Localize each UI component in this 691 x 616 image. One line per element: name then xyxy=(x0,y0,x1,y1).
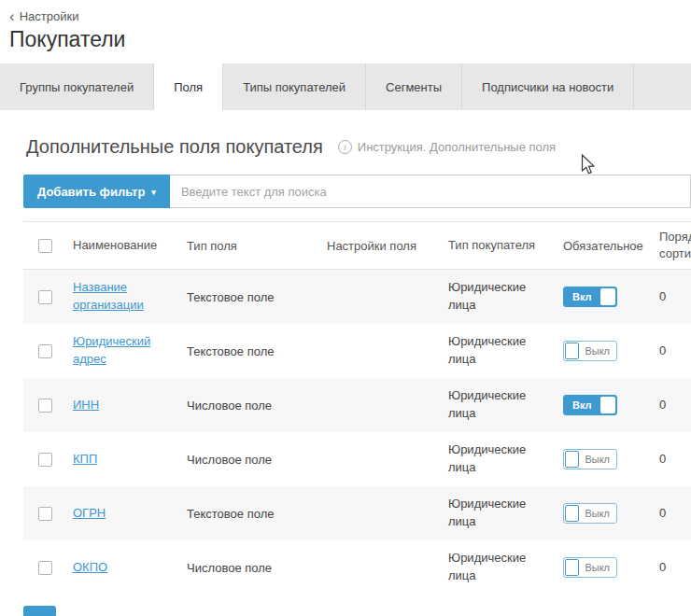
field-type-cell: Числовое поле xyxy=(187,561,327,575)
header-sort-order: Поряд сорти xyxy=(656,229,691,261)
customer-type-cell: Юридические лица xyxy=(448,496,563,531)
table-row: ОГРН Текстовое поле Юридические лица Вык… xyxy=(23,486,691,540)
row-checkbox[interactable] xyxy=(38,507,52,521)
required-toggle[interactable]: Вкл xyxy=(563,287,617,307)
header-checkbox-cell xyxy=(23,239,64,253)
required-cell: Выкл xyxy=(563,503,656,524)
customer-type-cell: Юридические лица xyxy=(448,333,563,369)
required-toggle[interactable]: Вкл xyxy=(563,395,617,415)
field-name-cell: Название организации xyxy=(64,279,187,315)
tab-label: Типы покупателей xyxy=(243,80,346,94)
field-name-link[interactable]: ИНН xyxy=(73,398,99,412)
required-toggle[interactable]: Выкл xyxy=(563,341,617,361)
tab-customer-groups[interactable]: Группы покупателей xyxy=(0,63,154,110)
tab-segments[interactable]: Сегменты xyxy=(366,63,462,110)
field-name-cell: ОКПО xyxy=(64,559,187,577)
table-row: КПП Числовое поле Юридические лица Выкл … xyxy=(23,432,691,486)
add-filter-button[interactable]: Добавить фильтр ▾ xyxy=(23,175,170,208)
header-customer-type: Тип покупателя xyxy=(448,237,563,255)
field-type-cell: Текстовое поле xyxy=(187,507,327,521)
toggle-label: Вкл xyxy=(572,399,592,411)
tab-label: Сегменты xyxy=(386,80,442,94)
field-type-cell: Числовое поле xyxy=(187,453,327,467)
search-input[interactable] xyxy=(170,175,691,208)
toggle-label: Выкл xyxy=(585,508,610,519)
instruction-link[interactable]: i Инструкция. Дополнительные поля xyxy=(338,140,556,154)
row-checkbox-cell xyxy=(23,561,64,575)
field-name-link[interactable]: Название организации xyxy=(73,280,144,312)
toggle-knob xyxy=(565,451,579,468)
row-checkbox[interactable] xyxy=(38,344,52,358)
sort-order-cell: 0 xyxy=(656,397,691,413)
tab-label: Поля xyxy=(174,80,203,94)
breadcrumb[interactable]: ‹ Настройки xyxy=(0,0,78,23)
toggle-knob xyxy=(565,343,579,359)
tab-bar: Группы покупателей Поля Типы покупателей… xyxy=(0,63,691,110)
select-all-checkbox[interactable] xyxy=(38,239,52,253)
tab-newsletter-subscribers[interactable]: Подписчики на новости xyxy=(462,63,634,110)
tab-bar-filler xyxy=(634,63,691,110)
field-name-link[interactable]: ОГРН xyxy=(73,506,106,520)
toggle-label: Выкл xyxy=(585,454,610,465)
row-checkbox[interactable] xyxy=(38,399,52,413)
row-checkbox[interactable] xyxy=(38,561,52,575)
row-checkbox-cell xyxy=(23,344,64,358)
required-toggle[interactable]: Выкл xyxy=(563,557,617,578)
field-name-link[interactable]: ОКПО xyxy=(73,560,107,574)
table-row: ОКПО Числовое поле Юридические лица Выкл… xyxy=(23,540,691,595)
field-name-cell: ИНН xyxy=(64,397,187,414)
page-title: Покупатели xyxy=(0,23,691,52)
customer-type-cell: Юридические лица xyxy=(448,441,563,477)
customer-type-cell: Юридические лица xyxy=(448,387,563,423)
row-checkbox[interactable] xyxy=(38,290,52,304)
caret-down-icon: ▾ xyxy=(151,188,156,197)
field-type-cell: Текстовое поле xyxy=(187,344,327,358)
row-checkbox-cell xyxy=(23,399,64,413)
row-checkbox-cell xyxy=(23,507,64,521)
filter-row: Добавить фильтр ▾ xyxy=(23,175,691,208)
required-cell: Выкл xyxy=(563,449,656,469)
field-name-link[interactable]: КПП xyxy=(73,452,97,466)
field-name-cell: КПП xyxy=(64,451,187,469)
required-toggle[interactable]: Выкл xyxy=(563,449,617,469)
sort-order-cell: 0 xyxy=(656,451,691,468)
breadcrumb-label: Настройки xyxy=(20,9,79,23)
field-type-cell: Текстовое поле xyxy=(187,290,327,304)
table-row: Юридический адрес Текстовое поле Юридиче… xyxy=(23,324,691,378)
table-row: ИНН Числовое поле Юридические лица Вкл 0 xyxy=(23,378,691,432)
sort-order-cell: 0 xyxy=(656,343,691,359)
table-row: Название организации Текстовое поле Юрид… xyxy=(23,270,691,324)
section-header: Дополнительные поля покупателя i Инструк… xyxy=(26,136,691,158)
field-name-cell: ОГРН xyxy=(64,505,187,523)
toggle-knob xyxy=(565,559,579,576)
field-name-link[interactable]: Юридический адрес xyxy=(73,334,150,366)
field-type-cell: Числовое поле xyxy=(187,399,327,413)
add-filter-label: Добавить фильтр xyxy=(37,185,145,199)
tab-label: Группы покупателей xyxy=(20,80,134,94)
tab-customer-types[interactable]: Типы покупателей xyxy=(223,63,366,110)
row-checkbox-cell xyxy=(23,290,64,304)
table-header-row: Наименование Тип поля Настройки поля Тип… xyxy=(23,221,691,270)
fields-table: Наименование Тип поля Настройки поля Тип… xyxy=(23,221,691,595)
header-required: Обязательное xyxy=(563,239,656,253)
sort-order-cell: 0 xyxy=(656,288,691,305)
required-cell: Выкл xyxy=(563,557,656,578)
customer-type-cell: Юридические лица xyxy=(448,550,563,585)
required-toggle[interactable]: Выкл xyxy=(563,503,617,524)
info-icon: i xyxy=(338,140,352,154)
toggle-knob xyxy=(600,397,615,413)
field-name-cell: Юридический адрес xyxy=(64,333,187,369)
header-field-type: Тип поля xyxy=(187,239,327,253)
toggle-label: Выкл xyxy=(585,562,610,573)
instruction-link-label: Инструкция. Дополнительные поля xyxy=(358,140,556,154)
toggle-label: Выкл xyxy=(585,345,610,357)
sort-order-cell: 0 xyxy=(656,559,691,576)
toggle-knob xyxy=(565,505,579,522)
required-cell: Выкл xyxy=(563,341,656,361)
add-field-button-partial[interactable] xyxy=(23,606,56,616)
row-checkbox[interactable] xyxy=(38,453,52,467)
required-cell: Вкл xyxy=(563,395,656,415)
tab-fields[interactable]: Поля xyxy=(154,63,223,110)
tab-label: Подписчики на новости xyxy=(482,80,613,94)
row-checkbox-cell xyxy=(23,453,64,467)
